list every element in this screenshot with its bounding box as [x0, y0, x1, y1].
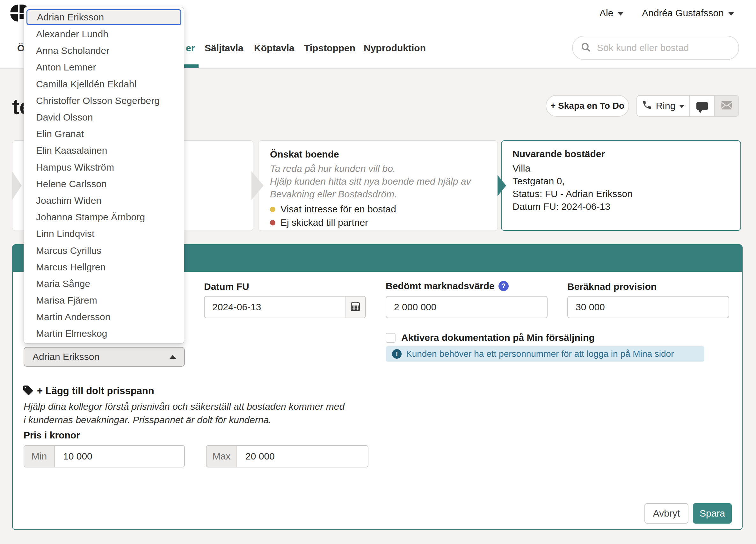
price-max-input[interactable] [237, 446, 368, 467]
commission-field [567, 296, 729, 318]
phone-icon [642, 100, 652, 112]
market-value-input[interactable] [386, 297, 547, 318]
card-title: Nuvarande bostäder [512, 149, 730, 159]
card-intro: Ta reda på hur kunden vill bo. [270, 162, 486, 175]
dropdown-option[interactable]: Camilla Kjelldén Ekdahl [24, 76, 184, 92]
market-value-field [386, 296, 548, 318]
date-fu-input[interactable] [205, 297, 345, 318]
dropdown-option[interactable]: Helene Carlsson [24, 176, 184, 192]
price-max-field: Max [206, 445, 368, 468]
nav-tab-saljtavla[interactable]: Säljtavla [205, 43, 244, 54]
nav-tab-active-partial[interactable]: er [186, 43, 195, 54]
dropdown-option[interactable]: Martin Andersson [24, 309, 184, 325]
hidden-price-span-title: + Lägg till dolt prisspann [37, 385, 154, 397]
market-value-label-text: Bedömt marknadsvärde [386, 281, 495, 292]
dropdown-option[interactable]: Martin Elmeskog [24, 325, 184, 342]
card-title: Önskat boende [270, 149, 486, 160]
mail-icon [720, 98, 733, 113]
workspace-menu-label: Ale [600, 8, 613, 18]
nav-tab-tipstoppen[interactable]: Tipstoppen [304, 43, 355, 54]
activate-docs-label: Aktivera dokumentation på Min försäljnin… [401, 332, 595, 343]
info-icon: ! [392, 349, 402, 359]
chevron-down-icon [728, 12, 734, 16]
email-button-disabled[interactable] [714, 96, 738, 116]
tag-icon [22, 385, 34, 397]
flow-arrow-icon [12, 171, 22, 200]
calendar-icon [350, 301, 361, 313]
global-search[interactable] [572, 36, 739, 60]
contact-actions-group: Ring [636, 95, 739, 117]
ring-button[interactable]: Ring [637, 96, 689, 116]
commission-input[interactable] [568, 297, 729, 318]
commission-label: Beräknad provision [567, 281, 657, 292]
ring-button-label: Ring [656, 100, 676, 111]
nav-tab-koptavla[interactable]: Köptavla [254, 43, 294, 54]
bullet-label: Visat intresse för en bostad [280, 204, 396, 214]
card-line: Datum FU: 2024-06-13 [512, 200, 730, 213]
dropdown-option[interactable]: Johanna Stampe Ärnborg [24, 209, 184, 225]
hidden-price-span-toggle[interactable]: + Lägg till dolt prisspann [22, 385, 154, 397]
chat-icon [696, 102, 708, 110]
active-tab-underline [184, 64, 199, 68]
flow-card-wanted-housing[interactable]: Önskat boende Ta reda på hur kunden vill… [258, 140, 498, 231]
red-dot-icon [270, 220, 275, 225]
dropdown-option[interactable]: Marcus Cyrillus [24, 242, 184, 258]
card-line: Testgatan 0, [512, 175, 730, 187]
dropdown-option[interactable]: David Olsson [24, 109, 184, 126]
card-line: Villa [512, 162, 730, 175]
dropdown-option[interactable]: Elin Kaasalainen [24, 142, 184, 159]
bullet-label: Ej skickad till partner [280, 217, 368, 228]
chevron-down-icon [618, 12, 623, 16]
chevron-up-icon [170, 355, 176, 359]
dropdown-option[interactable]: Elin Granat [24, 126, 184, 142]
user-menu-label: Andréa Gustafsson [642, 8, 724, 18]
search-icon [580, 42, 591, 54]
hidden-price-span-description: Hjälp dina kollegor förstå prisnivån och… [24, 400, 349, 427]
activate-docs-checkbox[interactable] [386, 333, 396, 343]
dropdown-option[interactable]: Marisa Fjärem [24, 292, 184, 309]
personnummer-info-banner: ! Kunden behöver ha ett personnummer för… [386, 346, 704, 362]
flow-arrow-icon [498, 175, 506, 196]
agent-select-value: Adrian Eriksson [33, 352, 170, 362]
dropdown-option[interactable]: Christoffer Olsson Segerberg [24, 92, 184, 109]
flow-card-current-housing[interactable]: Nuvarande bostäder Villa Testgatan 0, St… [501, 140, 741, 231]
dropdown-option[interactable]: Hampus Wikström [24, 159, 184, 176]
create-todo-button[interactable]: + Skapa en To Do [546, 95, 629, 117]
agent-dropdown-list: Adrian Eriksson Alexander Lundh Anna Sch… [24, 7, 184, 344]
dropdown-option[interactable]: Anna Scholander [24, 42, 184, 59]
card-line: Status: FU - Adrian Eriksson [512, 187, 730, 200]
help-icon[interactable]: ? [498, 281, 509, 291]
price-min-input[interactable] [55, 446, 184, 467]
min-prefix-label: Min [24, 446, 55, 467]
date-fu-field [204, 296, 366, 318]
dropdown-option[interactable]: Maria Sånge [24, 276, 184, 292]
flow-arrow-icon [251, 171, 264, 200]
price-in-kronor-label: Pris i kronor [24, 430, 80, 441]
nav-tab-nyproduktion[interactable]: Nyproduktion [364, 43, 426, 54]
status-bullet: Visat intresse för en bostad [270, 202, 486, 216]
status-bullet: Ej skickad till partner [270, 216, 486, 229]
card-body: Hjälp kunden hitta sitt nya boende med h… [270, 175, 480, 200]
dropdown-option[interactable]: Linn Lindqvist [24, 225, 184, 242]
dropdown-option[interactable]: Alexander Lundh [24, 26, 184, 42]
yellow-dot-icon [270, 207, 275, 212]
workspace-menu[interactable]: Ale [600, 8, 623, 18]
calendar-button[interactable] [345, 297, 365, 318]
dropdown-option[interactable]: Joachim Widen [24, 192, 184, 209]
dropdown-option[interactable]: Anton Lemner [24, 59, 184, 76]
search-input[interactable] [597, 42, 731, 53]
market-value-label: Bedömt marknadsvärde ? [386, 281, 509, 292]
user-menu[interactable]: Andréa Gustafsson [642, 8, 734, 18]
info-banner-text: Kunden behöver ha ett personnummer för a… [406, 349, 674, 359]
dropdown-option[interactable]: Marcus Hellgren [24, 259, 184, 276]
agent-select[interactable]: Adrian Eriksson [24, 347, 185, 367]
dropdown-option-selected[interactable]: Adrian Eriksson [26, 9, 181, 25]
save-button[interactable]: Spara [693, 503, 732, 524]
activate-docs-row: Aktivera dokumentation på Min försäljnin… [386, 332, 595, 343]
chevron-down-icon [679, 105, 684, 108]
max-prefix-label: Max [207, 446, 237, 467]
price-min-field: Min [24, 445, 185, 468]
sms-button[interactable] [689, 96, 714, 116]
date-fu-label: Datum FU [204, 281, 249, 292]
cancel-button[interactable]: Avbryt [644, 503, 688, 524]
